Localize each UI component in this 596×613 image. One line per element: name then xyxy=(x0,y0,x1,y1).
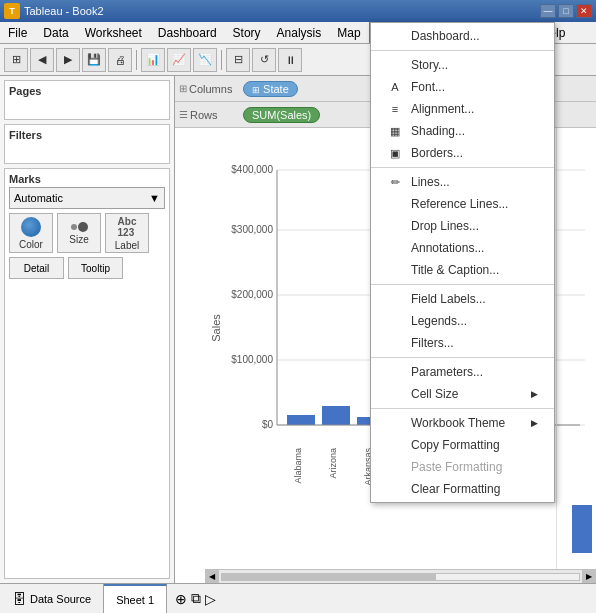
svg-text:Alabama: Alabama xyxy=(293,448,303,484)
menu-separator-16 xyxy=(371,408,554,409)
bar-arizona xyxy=(322,406,350,425)
menu-separator-1 xyxy=(371,50,554,51)
menu-story[interactable]: Story xyxy=(225,22,269,43)
format-menu-item-clear-formatting[interactable]: Clear Formatting xyxy=(371,478,554,500)
menu-label-11: Field Labels... xyxy=(411,292,486,306)
back-button[interactable]: ◀ xyxy=(30,48,54,72)
svg-text:$400,000: $400,000 xyxy=(231,164,273,175)
format-menu-item-alignment---[interactable]: ≡Alignment... xyxy=(371,98,554,120)
menu-icon-6: ✏ xyxy=(387,176,403,189)
present-icon[interactable]: ▷ xyxy=(205,591,216,607)
data-source-tab[interactable]: 🗄 Data Source xyxy=(0,584,104,613)
marks-label: Marks xyxy=(9,173,165,185)
chart-btn2[interactable]: 📈 xyxy=(167,48,191,72)
format-menu-item-title---caption---[interactable]: Title & Caption... xyxy=(371,259,554,281)
menu-separator-6 xyxy=(371,167,554,168)
new-button[interactable]: ⊞ xyxy=(4,48,28,72)
format-menu-item-filters---[interactable]: Filters... xyxy=(371,332,554,354)
chart-btn1[interactable]: 📊 xyxy=(141,48,165,72)
svg-text:Arizona: Arizona xyxy=(328,448,338,479)
scrollbar-thumb[interactable] xyxy=(222,574,436,580)
size-button[interactable]: Size xyxy=(57,213,101,253)
menu-label-17: Copy Formatting xyxy=(411,438,500,452)
menu-label-10: Title & Caption... xyxy=(411,263,499,277)
minimize-button[interactable]: — xyxy=(540,4,556,18)
menu-icon-2: A xyxy=(387,81,403,93)
y-axis-label: Sales xyxy=(210,314,222,342)
format-menu-item-drop-lines---[interactable]: Drop Lines... xyxy=(371,215,554,237)
menu-data[interactable]: Data xyxy=(35,22,76,43)
menu-label-7: Reference Lines... xyxy=(411,197,508,211)
menu-label-5: Borders... xyxy=(411,146,463,160)
format-menu-item-lines---[interactable]: ✏Lines... xyxy=(371,171,554,193)
menu-label-9: Annotations... xyxy=(411,241,484,255)
format-menu-item-workbook-theme[interactable]: Workbook Theme xyxy=(371,412,554,434)
menu-analysis[interactable]: Analysis xyxy=(269,22,330,43)
scroll-left[interactable]: ◀ xyxy=(205,570,219,584)
marks-type-dropdown[interactable]: Automatic ▼ xyxy=(9,187,165,209)
sheet1-tab[interactable]: Sheet 1 xyxy=(104,584,167,613)
menu-label-19: Clear Formatting xyxy=(411,482,500,496)
data-source-label: Data Source xyxy=(30,593,91,605)
menu-separator-11 xyxy=(371,284,554,285)
format-menu-item-parameters---[interactable]: Parameters... xyxy=(371,361,554,383)
format-menu-item-font---[interactable]: AFont... xyxy=(371,76,554,98)
format-menu-item-copy-formatting[interactable]: Copy Formatting xyxy=(371,434,554,456)
detail-button[interactable]: Detail xyxy=(9,257,64,279)
marks-icons-row: Color Size Abc123 Label xyxy=(9,213,165,253)
window-title: Tableau - Book2 xyxy=(24,5,104,17)
marks-type-label: Automatic xyxy=(14,192,63,204)
format-menu-item-reference-lines---[interactable]: Reference Lines... xyxy=(371,193,554,215)
maximize-button[interactable]: □ xyxy=(558,4,574,18)
label-button[interactable]: Abc123 Label xyxy=(105,213,149,253)
menu-label-13: Filters... xyxy=(411,336,454,350)
marks-dropdown-arrow: ▼ xyxy=(149,192,160,204)
sep2 xyxy=(221,50,222,70)
chart-btn3[interactable]: 📉 xyxy=(193,48,217,72)
rows-label: ☰ Rows xyxy=(179,109,239,121)
print-button[interactable]: 🖨 xyxy=(108,48,132,72)
bar-kentucky-partial xyxy=(572,505,592,553)
filter-btn[interactable]: ⊟ xyxy=(226,48,250,72)
rows-sales-pill[interactable]: SUM(Sales) xyxy=(243,107,320,123)
svg-text:$0: $0 xyxy=(262,419,274,430)
svg-text:$200,000: $200,000 xyxy=(231,289,273,300)
refresh-btn[interactable]: ↺ xyxy=(252,48,276,72)
label-label: Label xyxy=(115,240,139,251)
format-menu-item-shading---[interactable]: ▦Shading... xyxy=(371,120,554,142)
format-dropdown-menu: Dashboard...Story...AFont...≡Alignment..… xyxy=(370,22,555,503)
format-menu-item-cell-size[interactable]: Cell Size xyxy=(371,383,554,405)
menu-map[interactable]: Map xyxy=(329,22,368,43)
format-menu-item-borders---[interactable]: ▣Borders... xyxy=(371,142,554,164)
menu-dashboard[interactable]: Dashboard xyxy=(150,22,225,43)
format-menu-item-legends---[interactable]: Legends... xyxy=(371,310,554,332)
close-button[interactable]: ✕ xyxy=(576,4,592,18)
sep1 xyxy=(136,50,137,70)
tooltip-button[interactable]: Tooltip xyxy=(68,257,123,279)
sheet1-label: Sheet 1 xyxy=(116,594,154,606)
pause-btn[interactable]: ⏸ xyxy=(278,48,302,72)
format-menu-item-story---[interactable]: Story... xyxy=(371,54,554,76)
svg-text:$100,000: $100,000 xyxy=(231,354,273,365)
format-menu-item-annotations---[interactable]: Annotations... xyxy=(371,237,554,259)
menu-label-6: Lines... xyxy=(411,175,450,189)
menu-icon-4: ▦ xyxy=(387,125,403,138)
menu-label-12: Legends... xyxy=(411,314,467,328)
detail-label: Detail xyxy=(24,263,50,274)
duplicate-sheet-icon[interactable]: ⧉ xyxy=(191,590,201,607)
color-button[interactable]: Color xyxy=(9,213,53,253)
format-menu-item-dashboard---[interactable]: Dashboard... xyxy=(371,25,554,47)
scroll-right[interactable]: ▶ xyxy=(582,570,596,584)
columns-state-pill[interactable]: ⊞ State xyxy=(243,81,298,97)
forward-button[interactable]: ▶ xyxy=(56,48,80,72)
menu-file[interactable]: File xyxy=(0,22,35,43)
scrollbar-track[interactable] xyxy=(221,573,580,581)
add-sheet-icon[interactable]: ⊕ xyxy=(175,591,187,607)
save-button[interactable]: 💾 xyxy=(82,48,106,72)
cylinder-icon: 🗄 xyxy=(12,591,26,607)
menu-icon-3: ≡ xyxy=(387,103,403,115)
menu-label-8: Drop Lines... xyxy=(411,219,479,233)
size-label: Size xyxy=(69,234,88,245)
format-menu-item-field-labels---[interactable]: Field Labels... xyxy=(371,288,554,310)
menu-worksheet[interactable]: Worksheet xyxy=(77,22,150,43)
